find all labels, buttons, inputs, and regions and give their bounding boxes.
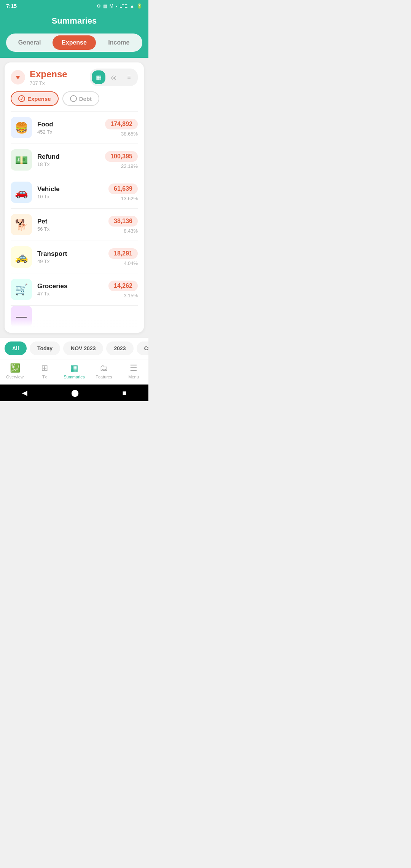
pet-info: Pet 56 Tx: [37, 218, 103, 232]
storage-icon: ▤: [103, 3, 107, 9]
nav-overview[interactable]: 💹 Overview: [0, 363, 30, 379]
heart-button[interactable]: ♥: [11, 70, 25, 85]
groceries-icon: 🛒: [11, 279, 32, 300]
refund-name: Refund: [37, 153, 100, 161]
food-tx: 452 Tx: [37, 129, 100, 135]
home-button[interactable]: ⬤: [71, 389, 79, 397]
vehicle-tx: 10 Tx: [37, 194, 103, 199]
filter-expense[interactable]: ✓ Expense: [11, 91, 59, 106]
date-filter-today[interactable]: Today: [30, 341, 60, 355]
refund-tx: 18 Tx: [37, 161, 100, 167]
refund-amount: 100,395: [105, 151, 138, 162]
vehicle-name: Vehicle: [37, 185, 103, 193]
card-header-left: ♥ Expense 707 Tx: [11, 69, 67, 86]
status-icons: ⚙ ▤ M ▪ LTE ▲ 🔋: [97, 3, 142, 9]
nav-tx[interactable]: ⊞ Tx: [30, 363, 59, 379]
card-title-block: Expense 707 Tx: [30, 69, 67, 86]
vehicle-amount-wrap: 61,639 13.62%: [108, 183, 138, 201]
nav-menu[interactable]: ☰ Menu: [119, 363, 148, 379]
nav-summaries[interactable]: ▦ Summaries: [59, 363, 89, 379]
category-row-partial: —: [11, 305, 138, 327]
back-button[interactable]: ◀: [22, 389, 27, 397]
category-list: 🍔 Food 452 Tx 174,892 38.65% 💵 Refund 18…: [11, 111, 138, 327]
groceries-amount: 14,262: [108, 281, 138, 291]
refund-pct: 22.19%: [105, 163, 138, 169]
tab-general[interactable]: General: [8, 35, 51, 50]
features-icon: 🗂: [100, 363, 108, 373]
category-row-vehicle[interactable]: 🚗 Vehicle 10 Tx 61,639 13.62%: [11, 176, 138, 208]
summaries-label: Summaries: [64, 375, 85, 379]
debt-circle-icon: [70, 95, 77, 102]
tx-label: Tx: [42, 375, 47, 379]
expense-card: ♥ Expense 707 Tx ▦ ◎ ≡ ✓ Expense: [5, 62, 144, 333]
food-icon: 🍔: [11, 117, 32, 138]
partial-icon: —: [11, 306, 32, 327]
food-info: Food 452 Tx: [37, 121, 100, 135]
main-content: ♥ Expense 707 Tx ▦ ◎ ≡ ✓ Expense: [0, 58, 148, 337]
groceries-tx: 47 Tx: [37, 291, 103, 297]
vehicle-icon: 🚗: [11, 182, 32, 203]
gmail-icon: M: [110, 3, 113, 9]
card-header: ♥ Expense 707 Tx ▦ ◎ ≡: [11, 69, 138, 86]
date-filter-nov2023[interactable]: NOV 2023: [63, 341, 103, 355]
lte-label: LTE: [119, 3, 127, 9]
bottom-nav: 💹 Overview ⊞ Tx ▦ Summaries 🗂 Features ☰…: [0, 359, 148, 385]
filter-debt-label: Debt: [79, 96, 92, 102]
battery-icon: 🔋: [137, 3, 142, 9]
recents-button[interactable]: ■: [123, 389, 127, 397]
refund-icon: 💵: [11, 149, 32, 171]
menu-icon: ☰: [130, 363, 137, 373]
groceries-name: Groceries: [37, 282, 103, 290]
menu-label: Menu: [128, 375, 139, 379]
android-nav-bar: ◀ ⬤ ■: [0, 385, 148, 401]
date-filter-bar: All Today NOV 2023 2023 Custom: [0, 337, 148, 359]
tab-income[interactable]: Income: [97, 35, 140, 50]
settings-icon: ⚙: [97, 3, 101, 9]
transport-name: Transport: [37, 250, 103, 258]
filter-debt[interactable]: Debt: [62, 91, 99, 106]
pet-amount-wrap: 38,136 8.43%: [108, 216, 138, 234]
category-row-pet[interactable]: 🐕 Pet 56 Tx 38,136 8.43%: [11, 208, 138, 241]
category-row-groceries[interactable]: 🛒 Groceries 47 Tx 14,262 3.15%: [11, 273, 138, 305]
date-filter-custom[interactable]: Custom: [137, 341, 148, 355]
card-title: Expense: [30, 69, 67, 80]
food-amount: 174,892: [105, 119, 138, 129]
view-list-button[interactable]: ≡: [122, 70, 136, 84]
vehicle-info: Vehicle 10 Tx: [37, 185, 103, 199]
groceries-pct: 3.15%: [108, 293, 138, 298]
pet-name: Pet: [37, 218, 103, 225]
category-row-food[interactable]: 🍔 Food 452 Tx 174,892 38.65%: [11, 111, 138, 144]
category-row-refund[interactable]: 💵 Refund 18 Tx 100,395 22.19%: [11, 144, 138, 176]
transport-icon: 🚕: [11, 246, 32, 268]
summaries-icon: ▦: [70, 363, 78, 373]
page-title: Summaries: [6, 16, 142, 26]
overview-label: Overview: [6, 375, 24, 379]
tab-switcher: General Expense Income: [0, 34, 148, 58]
expense-check-icon: ✓: [18, 95, 25, 102]
pet-icon: 🐕: [11, 214, 32, 235]
date-filter-2023[interactable]: 2023: [106, 341, 133, 355]
status-time: 7:15: [6, 3, 17, 9]
filter-expense-label: Expense: [27, 96, 51, 102]
view-grid-button[interactable]: ▦: [92, 70, 105, 84]
food-amount-wrap: 174,892 38.65%: [105, 119, 138, 137]
view-donut-button[interactable]: ◎: [107, 70, 121, 84]
food-name: Food: [37, 121, 100, 128]
vehicle-pct: 13.62%: [108, 196, 138, 201]
refund-amount-wrap: 100,395 22.19%: [105, 151, 138, 169]
tab-expense[interactable]: Expense: [53, 35, 96, 50]
category-row-transport[interactable]: 🚕 Transport 49 Tx 18,291 4.04%: [11, 241, 138, 273]
date-filter-all[interactable]: All: [5, 341, 27, 355]
transport-info: Transport 49 Tx: [37, 250, 103, 264]
status-bar: 7:15 ⚙ ▤ M ▪ LTE ▲ 🔋: [0, 0, 148, 12]
refund-info: Refund 18 Tx: [37, 153, 100, 167]
groceries-amount-wrap: 14,262 3.15%: [108, 281, 138, 298]
pet-tx: 56 Tx: [37, 226, 103, 232]
transport-amount: 18,291: [108, 248, 138, 259]
nav-features[interactable]: 🗂 Features: [89, 363, 119, 379]
sd-icon: ▪: [116, 3, 117, 9]
features-label: Features: [96, 375, 112, 379]
food-pct: 38.65%: [105, 131, 138, 137]
card-tx-count: 707 Tx: [30, 80, 67, 86]
page-header: Summaries: [0, 12, 148, 34]
